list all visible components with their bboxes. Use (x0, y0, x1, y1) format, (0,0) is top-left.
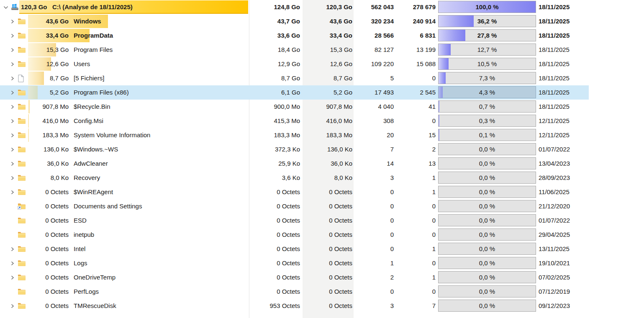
chevron-right-icon[interactable] (10, 28, 15, 43)
percent-bar: 0,0 % (438, 257, 536, 269)
item-name-label: TMRescueDisk (74, 299, 116, 313)
tree-row[interactable]: 907,8 Mo$Recycle.Bin900,0 Mo907,8 Mo4 04… (0, 100, 644, 114)
tree-row[interactable]: 136,0 Ko$Windows.~WS372,3 Ko136,0 Ko720,… (0, 142, 644, 156)
tree-row[interactable]: 36,0 KoAdwCleaner25,9 Ko36,0 Ko14130,0 %… (0, 156, 644, 171)
folder-icon (18, 114, 26, 128)
chevron-right-icon[interactable] (10, 114, 15, 128)
folder-icon (18, 156, 26, 171)
allocated-size-cell: 953 Octets (246, 299, 300, 313)
folder-icon (18, 171, 26, 185)
item-size-label: 0 Octets (29, 242, 69, 256)
chevron-right-icon[interactable] (10, 299, 15, 313)
allocated-size-cell: 183,3 Mo (246, 128, 300, 142)
folders-count-cell: 0 (381, 199, 436, 213)
folders-count-cell: 240 914 (381, 14, 436, 28)
percent-track: 7,3 % (438, 72, 536, 84)
tree-row[interactable]: 120,3 GoC:\ (Analyse de 18/11/2025)124,8… (0, 0, 644, 14)
allocated-size-cell: 0 Octets (246, 185, 300, 199)
percent-track: 4,3 % (438, 86, 536, 98)
item-name-label: System Volume Information (74, 128, 150, 142)
tree-row[interactable]: 15,3 GoProgram Files18,4 Go15,3 Go82 127… (0, 43, 644, 57)
item-name-label: Windows (74, 14, 101, 28)
tree-row[interactable]: 0 OctetsTMRescueDisk953 Octets0 Octets37… (0, 299, 644, 313)
percent-bar: 0,0 % (438, 243, 536, 255)
chevron-right-icon[interactable] (10, 57, 15, 71)
chevron-right-icon[interactable] (10, 100, 15, 114)
tree-row[interactable]: 0 OctetsIntel0 Octets0 Octets010,0 %13/1… (0, 242, 644, 256)
last-modified-date-cell: 13/04/2023 (539, 156, 570, 171)
percent-bar: 12,7 % (438, 44, 536, 56)
tree-row[interactable]: 33,4 GoProgramData33,6 Go33,4 Go28 5666 … (0, 28, 644, 43)
chevron-down-icon[interactable] (3, 0, 8, 14)
item-name-label: Program Files (x86) (74, 85, 129, 100)
item-name-label: AdwCleaner (74, 156, 108, 171)
chevron-right-icon[interactable] (10, 270, 15, 285)
tree-row[interactable]: 416,0 MoConfig.Msi415,3 Mo416,0 Mo30800,… (0, 114, 644, 128)
tree-row[interactable]: 0 OctetsESD0 Octets0 Octets000,0 %01/07/… (0, 213, 644, 228)
last-modified-date-cell: 29/04/2025 (539, 228, 570, 242)
last-modified-date-cell: 18/11/2025 (539, 100, 570, 114)
item-name-label: Program Files (74, 43, 113, 57)
item-name-label: Config.Msi (74, 114, 103, 128)
chevron-right-icon[interactable] (10, 71, 15, 85)
allocated-size-cell: 0 Octets (246, 213, 300, 228)
last-modified-date-cell: 18/11/2025 (539, 28, 570, 43)
tree-row[interactable]: 183,3 MoSystem Volume Information183,3 M… (0, 128, 644, 142)
chevron-right-icon[interactable] (10, 43, 15, 57)
chevron-right-icon[interactable] (10, 85, 15, 100)
tree-row[interactable]: 0 OctetsDocuments and Settings0 Octets0 … (0, 199, 644, 213)
percent-label: 0,0 % (439, 257, 536, 269)
percent-label: 0,0 % (439, 300, 536, 311)
folder-icon (18, 57, 26, 71)
tree-row[interactable]: 0 OctetsPerfLogs0 Octets0 Octets000,0 %0… (0, 285, 644, 299)
allocated-size-cell: 43,7 Go (246, 14, 300, 28)
percent-bar: 0,0 % (438, 228, 536, 241)
folders-count-cell: 0 (381, 256, 436, 270)
item-name-label: $Windows.~WS (74, 142, 118, 156)
folders-count-cell: 13 (381, 156, 436, 171)
tree-row[interactable]: 0 Octets$WinREAgent0 Octets0 Octets010,0… (0, 185, 644, 199)
percent-bar: 0,1 % (438, 129, 536, 141)
percent-bar: 0,0 % (438, 143, 536, 155)
tree-row[interactable]: 12,6 GoUsers12,9 Go12,6 Go109 22015 0881… (0, 57, 644, 71)
folder-icon (18, 285, 26, 299)
percent-bar: 0,0 % (438, 200, 536, 212)
percent-track: 100,0 % (438, 1, 536, 13)
last-modified-date-cell: 18/11/2025 (539, 57, 570, 71)
chevron-right-icon[interactable] (10, 171, 15, 185)
allocated-size-cell: 0 Octets (246, 228, 300, 242)
folders-count-cell: 1 (381, 185, 436, 199)
folders-count-cell: 15 (381, 128, 436, 142)
chevron-right-icon[interactable] (10, 242, 15, 256)
allocated-size-cell: 372,3 Ko (246, 142, 300, 156)
chevron-right-icon[interactable] (10, 142, 15, 156)
percent-track: 0,0 % (438, 172, 536, 184)
tree-row[interactable]: 5,2 GoProgram Files (x86)6,1 Go5,2 Go17 … (0, 85, 644, 100)
chevron-right-icon[interactable] (10, 256, 15, 270)
tree-row[interactable]: 0 OctetsOneDriveTemp0 Octets0 Octets210,… (0, 270, 644, 285)
allocated-size-cell: 12,9 Go (246, 57, 300, 71)
item-name-label: Logs (74, 256, 87, 270)
item-size-label: 15,3 Go (29, 43, 69, 57)
chevron-right-icon[interactable] (10, 185, 15, 199)
chevron-right-icon[interactable] (10, 14, 15, 28)
tree-row[interactable]: 0 OctetsLogs0 Octets0 Octets100,0 %19/10… (0, 256, 644, 270)
folders-count-cell: 6 831 (381, 28, 436, 43)
item-size-label: 0 Octets (29, 199, 69, 213)
folders-count-cell: 7 (381, 299, 436, 313)
tree-row[interactable]: 8,0 KoRecovery3,6 Ko8,0 Ko310,0 %28/09/2… (0, 171, 644, 185)
item-name-label: Intel (74, 242, 85, 256)
allocated-size-cell: 0 Octets (246, 285, 300, 299)
percent-track: 0,7 % (438, 100, 536, 113)
chevron-right-icon[interactable] (10, 128, 15, 142)
last-modified-date-cell: 18/11/2025 (539, 71, 570, 85)
tree-row[interactable]: 0 Octetsinetpub0 Octets0 Octets000,0 %29… (0, 228, 644, 242)
tree-rows-container: 120,3 GoC:\ (Analyse de 18/11/2025)124,8… (0, 0, 644, 318)
percent-bar: 0,0 % (438, 186, 536, 198)
tree-row[interactable]: 43,6 GoWindows43,7 Go43,6 Go320 234240 9… (0, 14, 644, 28)
item-size-label: 0 Octets (29, 213, 69, 228)
percent-track: 36,2 % (438, 15, 536, 27)
tree-row[interactable]: 8,7 Go[5 Fichiers]8,7 Go8,7 Go507,3 %18/… (0, 71, 644, 85)
chevron-right-icon[interactable] (10, 156, 15, 171)
last-modified-date-cell: 12/11/2025 (539, 128, 570, 142)
